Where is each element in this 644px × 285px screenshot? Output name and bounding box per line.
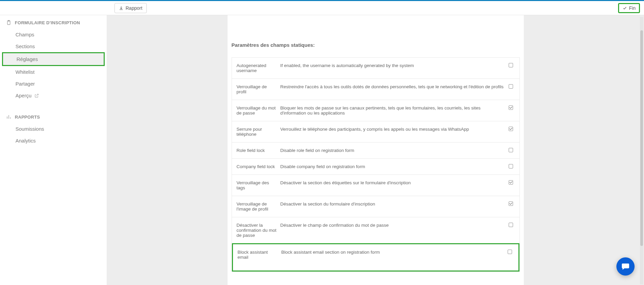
main-area: Paramètres des champs statiques: Autogen… xyxy=(107,15,644,285)
row-company-lock: Company field lock Disable company field… xyxy=(232,159,519,175)
sidebar-section-reports-title: RAPPORTS xyxy=(15,115,40,120)
row-desc: Désactiver la section des étiquettes sur… xyxy=(280,180,504,185)
sidebar-item-analytics[interactable]: Analytics xyxy=(0,135,107,147)
settings-panel: Paramètres des champs statiques: Autogen… xyxy=(228,15,524,285)
row-desc: Restreindre l'accès à tous les outils do… xyxy=(280,84,504,89)
row-block-assistant-email-highlight: Block assistant email Block assistant em… xyxy=(232,243,519,272)
row-label: Verrouillage des tags xyxy=(237,180,277,190)
row-desc: Désactiver la section du formulaire d'in… xyxy=(280,201,504,207)
row-desc: Block assistant email section on registr… xyxy=(281,250,503,255)
row-desc: If enabled, the username is automaticall… xyxy=(280,63,504,68)
clipboard-icon xyxy=(6,20,11,25)
row-desc: Désactiver le champ de confirmation du m… xyxy=(280,223,504,228)
static-fields-title: Paramètres des champs statiques: xyxy=(232,39,520,57)
row-desc: Disable company field on registration fo… xyxy=(280,164,504,169)
finish-button[interactable]: Fin xyxy=(618,3,640,13)
sidebar-item-partager[interactable]: Partager xyxy=(0,78,107,90)
checkbox-phone-lock[interactable] xyxy=(509,127,513,131)
layout: FORMULAIRE D'INSCRIPTION Champs Sections… xyxy=(0,15,644,285)
row-label: Autogenerated username xyxy=(237,63,277,73)
sidebar-item-soumissions[interactable]: Soumissions xyxy=(0,123,107,135)
report-button-label: Rapport xyxy=(126,5,142,11)
row-phone-lock: Serrure pour téléphone Verrouillez le té… xyxy=(232,121,519,142)
sidebar-item-label: Partager xyxy=(15,81,35,87)
row-password-lock: Verrouillage du mot de passe Bloquer les… xyxy=(232,100,519,121)
sidebar-section-reports: RAPPORTS xyxy=(0,112,107,123)
checkbox-role-lock[interactable] xyxy=(509,148,513,152)
toolbar: Rapport Fin xyxy=(0,1,644,15)
row-label: Block assistant email xyxy=(238,250,278,260)
sidebar-item-whitelist[interactable]: Whitelist xyxy=(0,66,107,78)
sidebar-item-champs[interactable]: Champs xyxy=(0,29,107,40)
row-autogenerated-username: Autogenerated username If enabled, the u… xyxy=(232,58,519,79)
row-desc: Verrouillez le téléphone des participant… xyxy=(280,127,504,132)
checkbox-profile-image-lock[interactable] xyxy=(509,201,513,206)
bar-chart-icon xyxy=(6,114,11,120)
external-link-icon xyxy=(34,93,39,98)
row-label: Verrouillage de profil xyxy=(237,84,277,94)
download-icon xyxy=(119,6,124,10)
scrollbar-track[interactable] xyxy=(640,17,643,284)
sidebar-item-label: Champs xyxy=(15,32,34,37)
row-label: Verrouillage du mot de passe xyxy=(237,105,277,116)
check-icon xyxy=(622,6,627,10)
sidebar: FORMULAIRE D'INSCRIPTION Champs Sections… xyxy=(0,15,107,285)
row-block-assistant-email: Block assistant email Block assistant em… xyxy=(233,244,518,271)
sidebar-item-apercu[interactable]: Aperçu xyxy=(0,90,107,101)
checkbox-autogenerated-username[interactable] xyxy=(509,63,513,67)
sidebar-item-label: Aperçu xyxy=(15,93,32,98)
sidebar-section-form: FORMULAIRE D'INSCRIPTION xyxy=(0,17,107,29)
checkbox-disable-password-confirm[interactable] xyxy=(509,223,513,227)
chat-icon xyxy=(621,262,630,271)
checkbox-company-lock[interactable] xyxy=(509,164,513,168)
sidebar-item-reglages[interactable]: Réglages xyxy=(3,53,104,65)
sidebar-item-label: Réglages xyxy=(16,56,38,62)
row-tags-lock: Verrouillage des tags Désactiver la sect… xyxy=(232,175,519,196)
row-desc: Disable role field on registration form xyxy=(280,148,504,153)
checkbox-block-assistant-email[interactable] xyxy=(508,250,512,254)
row-disable-password-confirm: Désactiver la confirmation du mot de pas… xyxy=(232,217,519,244)
settings-table: Autogenerated username If enabled, the u… xyxy=(232,57,520,272)
finish-button-label: Fin xyxy=(629,5,636,11)
report-button[interactable]: Rapport xyxy=(114,3,147,13)
checkbox-profile-lock[interactable] xyxy=(509,84,513,89)
checkbox-password-lock[interactable] xyxy=(509,105,513,110)
row-label: Serrure pour téléphone xyxy=(237,127,277,137)
chat-widget-button[interactable] xyxy=(616,257,635,276)
sidebar-item-label: Analytics xyxy=(15,138,36,144)
row-profile-lock: Verrouillage de profil Restreindre l'acc… xyxy=(232,79,519,100)
row-profile-image-lock: Verrouillage de l'image de profil Désact… xyxy=(232,196,519,217)
row-role-lock: Role field lock Disable role field on re… xyxy=(232,142,519,159)
scrollbar-thumb[interactable] xyxy=(640,30,643,246)
checkbox-tags-lock[interactable] xyxy=(509,180,513,185)
row-desc: Bloquer les mots de passe sur les canaux… xyxy=(280,105,504,116)
sidebar-item-sections[interactable]: Sections xyxy=(0,40,107,52)
sidebar-item-label: Whitelist xyxy=(15,69,35,75)
row-label: Role field lock xyxy=(237,148,277,153)
sidebar-item-label: Sections xyxy=(15,43,35,49)
sidebar-item-label: Soumissions xyxy=(15,126,44,132)
sidebar-item-reglages-highlight: Réglages xyxy=(2,52,105,66)
row-label: Verrouillage de l'image de profil xyxy=(237,201,277,212)
sidebar-section-form-title: FORMULAIRE D'INSCRIPTION xyxy=(15,20,80,25)
row-label: Désactiver la confirmation du mot de pas… xyxy=(237,223,277,238)
row-label: Company field lock xyxy=(237,164,277,169)
